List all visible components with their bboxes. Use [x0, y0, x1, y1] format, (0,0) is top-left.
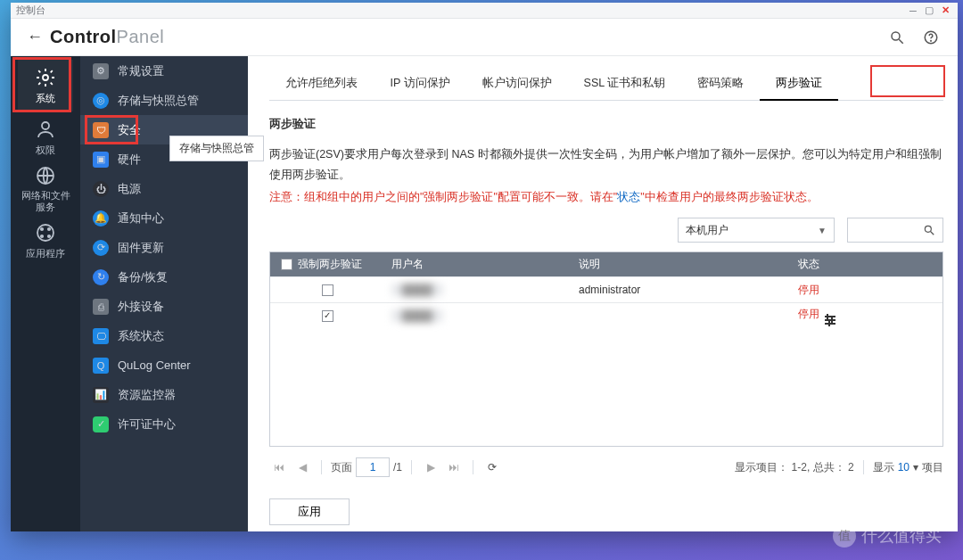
svg-point-0 — [892, 32, 900, 40]
status-cell: 停用 — [798, 308, 819, 320]
category-rail: 系统 权限 网络和文件服务 应用程序 — [11, 56, 80, 531]
app-window: 控制台 ─ ▢ ✕ ← ControlPanel 系统 权限 — [11, 3, 958, 531]
pager-first-button[interactable]: ⏮ — [269, 457, 289, 477]
settings-icon[interactable] — [825, 316, 835, 325]
status-cell: 停用 — [798, 284, 819, 296]
svg-point-3 — [931, 40, 932, 41]
select-all-checkbox[interactable] — [281, 259, 292, 270]
window-minimize-button[interactable]: ─ — [906, 4, 920, 17]
toolbar: ← ControlPanel — [11, 19, 958, 56]
rail-item-system[interactable]: 系统 — [18, 60, 73, 111]
highlight-tab-2sv — [870, 65, 945, 97]
chevron-down-icon: ▾ — [913, 461, 918, 474]
pager-page-input[interactable] — [356, 457, 390, 477]
window-close-button[interactable]: ✕ — [938, 4, 952, 17]
chevron-down-icon: ▼ — [818, 226, 827, 235]
sidebar-item-storage[interactable]: ◎存储与快照总管 — [80, 86, 248, 115]
user-table: 强制两步验证 用户名 说明 状态 ████ administrator 停用 █… — [269, 251, 943, 447]
table-row[interactable]: ████ 停用 — [270, 302, 942, 328]
row-force-checkbox[interactable] — [322, 284, 333, 296]
rail-label: 系统 — [36, 92, 55, 105]
tab-2sv[interactable]: 两步验证 — [760, 69, 838, 100]
rail-item-apps[interactable]: 应用程序 — [18, 215, 73, 267]
row-force-checkbox[interactable] — [322, 310, 333, 322]
username-cell: ████ — [391, 309, 443, 322]
tab-account-protection[interactable]: 帐户访问保护 — [466, 69, 568, 100]
svg-point-7 — [37, 225, 54, 241]
note-status-link[interactable]: 状态 — [617, 191, 640, 203]
tab-ip-protection[interactable]: IP 访问保护 — [374, 69, 465, 100]
svg-point-12 — [925, 226, 931, 232]
table-row[interactable]: ████ administrator 停用 — [270, 276, 942, 302]
table-header: 强制两步验证 用户名 说明 状态 — [270, 252, 942, 276]
rail-label: 网络和文件服务 — [18, 190, 73, 213]
sidebar-item-firmware[interactable]: ⟳固件更新 — [80, 233, 248, 262]
sidebar-item-notification[interactable]: 🔔通知中心 — [80, 203, 248, 233]
sidebar-item-license[interactable]: ✓许可证中心 — [80, 409, 248, 439]
pager-pagesize-select[interactable]: 10 — [898, 461, 910, 474]
content-pane: 允许/拒绝列表 IP 访问保护 帐户访问保护 SSL 证书和私钥 密码策略 两步… — [248, 56, 958, 531]
sidebar-item-general[interactable]: ⚙常规设置 — [80, 56, 248, 86]
help-icon[interactable] — [920, 27, 942, 48]
username-cell: ████ — [391, 284, 443, 296]
section-title: 两步验证 — [269, 117, 943, 132]
back-button[interactable]: ← — [20, 28, 50, 46]
desc-cell: administrator — [572, 284, 791, 296]
pager-next-button[interactable]: ▶ — [421, 457, 440, 477]
sidebar-item-qulog[interactable]: QQuLog Center — [80, 350, 248, 380]
rail-item-network[interactable]: 网络和文件服务 — [18, 163, 73, 215]
user-search-input[interactable] — [847, 218, 943, 243]
pager-prev-button[interactable]: ◀ — [292, 457, 312, 477]
svg-point-11 — [48, 235, 50, 236]
tab-ssl[interactable]: SSL 证书和私钥 — [568, 69, 682, 100]
pager: ⏮ ◀ 页面 /1 ▶ ⏭ ⟳ 显示项目： 1-2, 总共： 2 显示 — [269, 447, 943, 482]
tab-bar: 允许/拒绝列表 IP 访问保护 帐户访问保护 SSL 证书和私钥 密码策略 两步… — [269, 69, 943, 101]
sidebar-item-external[interactable]: ⎙外接设备 — [80, 292, 248, 321]
sidebar-item-resource[interactable]: 📊资源监控器 — [80, 380, 248, 409]
tab-password-policy[interactable]: 密码策略 — [681, 69, 760, 100]
svg-point-10 — [41, 235, 43, 236]
sidebar: ⚙常规设置 ◎存储与快照总管 🛡安全 ▣硬件 ⏻电源 🔔通知中心 ⟳固件更新 ↻… — [80, 56, 248, 531]
section-description: 两步验证(2SV)要求用户每次登录到 NAS 时都额外提供一次性安全码，为用户帐… — [269, 144, 943, 185]
rail-item-privilege[interactable]: 权限 — [18, 111, 73, 163]
sidebar-tooltip: 存储与快照总管 — [169, 136, 264, 161]
app-title: ControlPanel — [50, 27, 164, 47]
window-title: 控制台 — [16, 4, 45, 17]
pager-refresh-button[interactable]: ⟳ — [482, 457, 502, 477]
svg-point-5 — [42, 122, 49, 129]
sidebar-item-status[interactable]: 🖵系统状态 — [80, 321, 248, 350]
search-icon[interactable] — [886, 27, 908, 48]
search-icon — [923, 224, 935, 236]
rail-label: 应用程序 — [26, 247, 65, 260]
svg-line-1 — [899, 39, 903, 44]
svg-point-9 — [48, 227, 50, 229]
apply-button[interactable]: 应用 — [269, 498, 350, 525]
pager-last-button[interactable]: ⏭ — [444, 457, 464, 477]
scope-select[interactable]: 本机用户 ▼ — [678, 218, 835, 243]
svg-point-8 — [41, 227, 43, 229]
svg-line-13 — [931, 232, 934, 235]
rail-label: 权限 — [36, 144, 55, 157]
sidebar-item-power[interactable]: ⏻电源 — [80, 174, 248, 203]
section-note: 注意：组和组中的用户之间的"强制两步验证"配置可能不一致。请在"状态"中检查用户… — [269, 190, 943, 205]
svg-point-4 — [43, 75, 48, 80]
tab-allow-deny[interactable]: 允许/拒绝列表 — [269, 69, 374, 100]
sidebar-item-backup[interactable]: ↻备份/恢复 — [80, 262, 248, 292]
titlebar: 控制台 ─ ▢ ✕ — [11, 3, 958, 19]
window-maximize-button[interactable]: ▢ — [922, 4, 936, 17]
